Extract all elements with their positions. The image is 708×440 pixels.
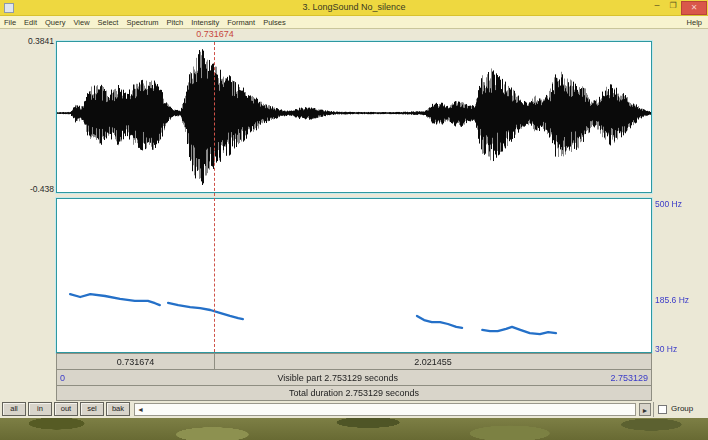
menu-formant[interactable]: Formant [223,18,259,27]
time-cell-left[interactable]: 0.731674 [56,353,215,370]
taskbar: X P W N [0,418,708,440]
close-button[interactable]: ✕ [681,1,707,15]
menu-query[interactable]: Query [41,18,69,27]
visible-start-value: 0 [60,373,65,383]
menu-edit[interactable]: Edit [20,18,41,27]
pitch-cursor-label: 185.6 Hz [655,295,689,305]
menu-bar: File Edit Query View Select Spectrum Pit… [0,16,708,29]
zoom-in-button[interactable]: in [28,402,52,416]
restore-button[interactable]: ❐ [666,1,680,10]
menu-select[interactable]: Select [94,18,123,27]
group-checkbox[interactable] [658,405,667,414]
amplitude-min-label: -0.438 [8,184,54,194]
menu-spectrum[interactable]: Spectrum [122,18,162,27]
menu-view[interactable]: View [69,18,93,27]
pitch-contour-svg [57,199,651,352]
scrollbar-left-arrow-icon[interactable]: ◄ [137,403,144,416]
cursor-line[interactable] [214,42,215,352]
group-divider [653,402,654,417]
menu-intensity[interactable]: Intensity [187,18,223,27]
visible-part-row[interactable]: 0 Visible part 2.753129 seconds 2.753129 [56,369,652,386]
pitch-panel[interactable] [56,198,652,353]
zoom-sel-button[interactable]: sel [80,402,104,416]
visible-end-value: 2.753129 [610,373,648,383]
waveform-panel[interactable] [56,41,652,193]
menu-pitch[interactable]: Pitch [163,18,188,27]
pitch-min-label: 30 Hz [655,344,677,354]
menu-help[interactable]: Help [687,18,702,27]
total-duration-label: Total duration 2.753129 seconds [289,388,419,398]
zoom-bak-button[interactable]: bak [106,402,130,416]
time-cell-right[interactable]: 2.021455 [214,353,652,370]
pitch-max-label: 500 Hz [655,199,682,209]
amplitude-max-label: 0.3841 [8,36,54,46]
scrollbar-right-arrow-icon[interactable]: ► [639,403,651,416]
visible-part-label: Visible part 2.753129 seconds [278,373,398,383]
zoom-all-button[interactable]: all [2,402,26,416]
total-duration-row[interactable]: Total duration 2.753129 seconds [56,385,652,401]
waveform-canvas[interactable] [57,42,651,192]
group-label: Group [671,404,693,413]
minimize-button[interactable]: – [650,0,664,10]
praat-editor-window: 3. LongSound No_silence – ❐ ✕ File Edit … [0,0,708,440]
menu-file[interactable]: File [0,18,20,27]
time-scrollbar[interactable] [134,403,636,416]
cursor-time-label: 0.731674 [165,29,265,39]
title-bar: 3. LongSound No_silence – ❐ ✕ [0,0,708,16]
window-title: 3. LongSound No_silence [0,2,708,12]
menu-pulses[interactable]: Pulses [259,18,290,27]
zoom-out-button[interactable]: out [54,402,78,416]
